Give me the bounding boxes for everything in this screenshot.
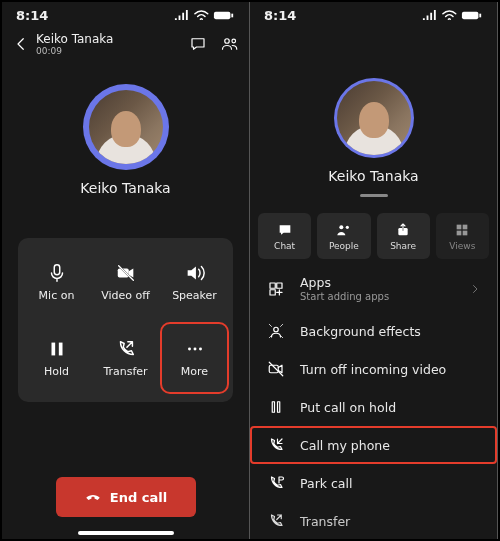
- more-icon: [184, 338, 206, 360]
- menu-apps-label: Apps: [300, 275, 389, 290]
- menu-park-label: Park call: [300, 476, 352, 491]
- share-button[interactable]: Share: [377, 213, 430, 259]
- apps-icon: [267, 280, 285, 298]
- wifi-icon: [442, 10, 457, 21]
- speaker-label: Speaker: [172, 289, 217, 302]
- menu-transfer-label: Transfer: [300, 514, 350, 529]
- mic-icon: [46, 262, 68, 284]
- svg-rect-25: [272, 402, 274, 413]
- menu-call-my-phone[interactable]: Call my phone: [250, 426, 497, 464]
- people-label: People: [329, 241, 359, 251]
- svg-rect-18: [457, 230, 462, 235]
- call-screen: 8:14 Keiko Tanaka 00:09 Keiko Tanaka Mic…: [2, 2, 250, 539]
- more-button[interactable]: More: [160, 322, 229, 394]
- share-label: Share: [390, 241, 416, 251]
- clock: 8:14: [264, 8, 296, 23]
- chat-icon[interactable]: [189, 35, 207, 53]
- speaker-button[interactable]: Speaker: [160, 246, 229, 318]
- menu-apps[interactable]: Apps Start adding apps: [250, 265, 497, 312]
- end-call-button[interactable]: End call: [56, 477, 196, 517]
- more-menu: Apps Start adding apps Background effect…: [250, 265, 497, 539]
- svg-rect-21: [277, 283, 282, 288]
- end-call-label: End call: [110, 490, 167, 505]
- video-label: Video off: [101, 289, 150, 302]
- views-button[interactable]: Views: [436, 213, 489, 259]
- clock: 8:14: [16, 8, 48, 23]
- menu-transfer[interactable]: Transfer: [250, 502, 497, 539]
- video-off-icon: [115, 262, 137, 284]
- transfer-icon: [267, 512, 285, 530]
- transfer-icon: [115, 338, 137, 360]
- svg-point-3: [232, 39, 236, 43]
- sheet-grabber[interactable]: [360, 194, 388, 197]
- svg-point-13: [339, 225, 343, 229]
- svg-rect-4: [54, 265, 60, 275]
- menu-put-on-hold[interactable]: Put call on hold: [250, 388, 497, 426]
- menu-apps-sub: Start adding apps: [300, 291, 389, 302]
- svg-rect-1: [231, 13, 233, 17]
- wifi-icon: [194, 10, 209, 21]
- svg-rect-22: [270, 289, 275, 294]
- battery-icon: [213, 10, 235, 21]
- status-icons: [174, 10, 235, 21]
- status-bar: 8:14: [250, 2, 497, 28]
- chevron-right-icon: [469, 283, 481, 295]
- call-in-icon: [267, 436, 285, 454]
- svg-rect-7: [58, 343, 62, 356]
- menu-turn-off-incoming-video[interactable]: Turn off incoming video: [250, 350, 497, 388]
- people-button[interactable]: People: [317, 213, 370, 259]
- bg-effects-icon: [267, 322, 285, 340]
- chat-icon: [277, 222, 293, 238]
- menu-videooff-label: Turn off incoming video: [300, 362, 446, 377]
- people-icon[interactable]: [221, 35, 239, 53]
- hold-icon: [267, 398, 285, 416]
- svg-rect-20: [270, 283, 275, 288]
- menu-callmyphone-label: Call my phone: [300, 438, 390, 453]
- profile-name: Keiko Tanaka: [80, 180, 170, 196]
- svg-rect-26: [278, 402, 280, 413]
- views-icon: [454, 222, 470, 238]
- svg-rect-6: [51, 343, 55, 356]
- mic-button[interactable]: Mic on: [22, 246, 91, 318]
- call-controls: Mic on Video off Speaker Hold Transfer M…: [18, 238, 233, 402]
- svg-point-9: [193, 348, 196, 351]
- avatar-ring: [83, 84, 169, 170]
- chat-label: Chat: [274, 241, 295, 251]
- svg-rect-16: [457, 224, 462, 229]
- menu-background-effects[interactable]: Background effects: [250, 312, 497, 350]
- profile-name: Keiko Tanaka: [328, 168, 418, 184]
- svg-rect-0: [214, 11, 231, 18]
- svg-rect-12: [479, 13, 481, 17]
- call-duration: 00:09: [36, 46, 189, 56]
- back-icon[interactable]: [12, 35, 30, 53]
- hold-button[interactable]: Hold: [22, 322, 91, 394]
- svg-point-2: [225, 39, 230, 44]
- more-label: More: [181, 365, 208, 378]
- people-icon: [336, 222, 352, 238]
- avatar: [337, 81, 411, 155]
- menu-park-call[interactable]: Park call: [250, 464, 497, 502]
- hold-icon: [46, 338, 68, 360]
- profile: Keiko Tanaka: [250, 78, 497, 197]
- speaker-icon: [184, 262, 206, 284]
- menu-bg-label: Background effects: [300, 324, 421, 339]
- menu-hold-label: Put call on hold: [300, 400, 396, 415]
- home-indicator[interactable]: [78, 531, 174, 535]
- svg-point-23: [274, 327, 279, 332]
- share-icon: [395, 222, 411, 238]
- svg-point-14: [346, 225, 349, 228]
- mic-label: Mic on: [39, 289, 75, 302]
- svg-rect-17: [463, 224, 468, 229]
- more-sheet-screen: 8:14 Keiko Tanaka Chat People Share: [250, 2, 498, 539]
- hangup-icon: [84, 488, 102, 506]
- chat-button[interactable]: Chat: [258, 213, 311, 259]
- battery-icon: [461, 10, 483, 21]
- call-meta: Keiko Tanaka 00:09: [30, 32, 189, 56]
- profile: Keiko Tanaka: [2, 84, 249, 196]
- svg-point-10: [199, 348, 202, 351]
- views-label: Views: [449, 241, 475, 251]
- transfer-label: Transfer: [103, 365, 147, 378]
- transfer-button[interactable]: Transfer: [91, 322, 160, 394]
- video-button[interactable]: Video off: [91, 246, 160, 318]
- svg-point-8: [188, 348, 191, 351]
